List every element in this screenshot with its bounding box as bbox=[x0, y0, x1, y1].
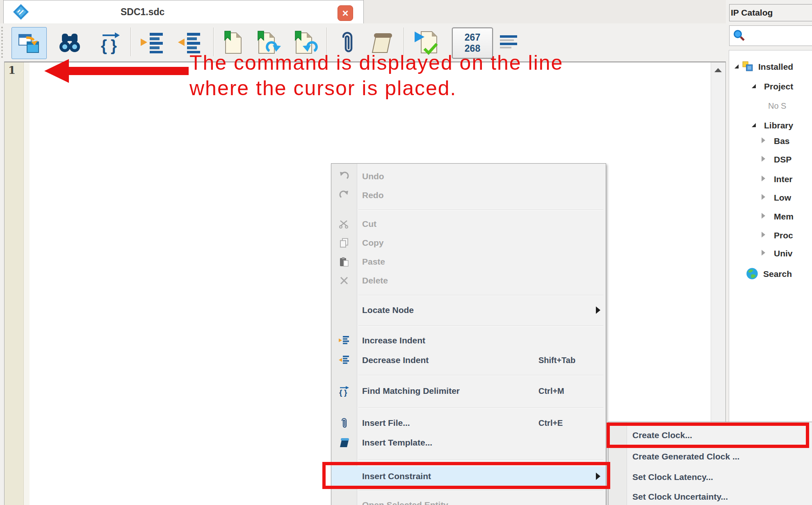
braces-icon: {} bbox=[331, 385, 357, 397]
tab-sdc1[interactable]: SDC1.sdc × bbox=[3, 0, 364, 23]
editor-context-menu: Undo Redo Cut Copy Paste bbox=[331, 163, 606, 505]
callout-box-insert-constraint bbox=[322, 462, 610, 489]
submenu-arrow-icon bbox=[596, 306, 600, 314]
tree-expanded-icon[interactable] bbox=[734, 64, 739, 69]
menu-shortcut: Ctrl+E bbox=[538, 418, 563, 428]
increase-indent-button[interactable] bbox=[135, 27, 169, 58]
counter-line-1: 267 bbox=[465, 32, 480, 43]
tree-collapsed-icon[interactable] bbox=[762, 232, 765, 238]
tree-item-dsp[interactable]: DSP bbox=[729, 152, 812, 167]
submenu-item-create-generated-clock[interactable]: Create Generated Clock ... bbox=[609, 446, 812, 467]
menu-separator bbox=[331, 290, 606, 300]
menu-separator bbox=[331, 320, 606, 330]
tree-item-installed[interactable]: Installed bbox=[729, 59, 812, 75]
menu-item-copy[interactable]: Copy bbox=[331, 233, 606, 252]
menu-shortcut: Shift+Tab bbox=[538, 356, 575, 365]
menu-item-locate-node[interactable]: Locate Node bbox=[331, 300, 606, 320]
tree-item-library[interactable]: Library bbox=[729, 118, 812, 133]
toolbar-separator bbox=[130, 27, 131, 56]
tree-collapsed-icon[interactable] bbox=[762, 194, 765, 200]
tree-item-no-selection: No S bbox=[729, 98, 812, 114]
annotation-line-2: where the cursor is placed. bbox=[189, 75, 563, 101]
submenu-item-set-clock-uncertainty[interactable]: Set Clock Uncertainty... bbox=[609, 487, 812, 505]
tab-close-icon[interactable]: × bbox=[338, 5, 353, 21]
menu-item-find-matching-delimiter[interactable]: {} Find Matching Delimiter Ctrl+M bbox=[331, 380, 606, 402]
annotation-arrow-icon bbox=[43, 57, 190, 86]
menu-item-increase-indent[interactable]: Increase Indent bbox=[331, 330, 606, 351]
menu-item-insert-template[interactable]: Insert Template... bbox=[331, 433, 606, 452]
indent-increase-icon bbox=[331, 335, 357, 346]
callout-box-create-clock bbox=[607, 423, 809, 448]
line-number: 1 bbox=[8, 64, 16, 76]
tree-item-project[interactable]: Project bbox=[729, 79, 812, 94]
menu-separator bbox=[331, 402, 606, 413]
svg-text:{: { bbox=[101, 37, 107, 54]
window-restore-button[interactable] bbox=[11, 27, 47, 59]
lines-icon bbox=[499, 34, 518, 51]
indent-decrease-icon bbox=[331, 355, 357, 366]
tab-title: SDC1.sdc bbox=[121, 7, 164, 18]
binoculars-find-icon bbox=[58, 31, 82, 54]
ip-catalog-header[interactable]: IP Catalog bbox=[729, 4, 812, 21]
submenu-item-set-clock-latency[interactable]: Set Clock Latency... bbox=[609, 467, 812, 487]
menu-item-redo[interactable]: Redo bbox=[331, 186, 606, 205]
menu-item-delete[interactable]: Delete bbox=[331, 271, 606, 290]
paste-icon bbox=[331, 256, 357, 267]
matching-delimiter-button[interactable]: { } bbox=[98, 27, 123, 58]
scroll-up-icon[interactable] bbox=[714, 68, 722, 72]
globe-icon bbox=[746, 267, 758, 281]
tree-item-low-power[interactable]: Low bbox=[729, 190, 812, 206]
annotation-line-1: The command is displayed on the line bbox=[189, 50, 563, 75]
tree-collapsed-icon[interactable] bbox=[762, 137, 765, 143]
menu-item-insert-file[interactable]: Insert File... Ctrl+E bbox=[331, 413, 606, 433]
gutter-margin bbox=[24, 62, 30, 505]
tree-collapsed-icon[interactable] bbox=[762, 213, 765, 219]
ip-search-input[interactable] bbox=[729, 25, 812, 46]
tree-item-basic-functions[interactable]: Bas bbox=[729, 133, 812, 149]
line-number-gutter bbox=[5, 62, 24, 505]
scissors-icon bbox=[331, 219, 357, 229]
menu-item-decrease-indent[interactable]: Decrease Indent Shift+Tab bbox=[331, 351, 606, 370]
menu-shortcut: Ctrl+M bbox=[538, 386, 564, 396]
menu-separator bbox=[331, 370, 606, 380]
svg-text:}: } bbox=[344, 388, 347, 397]
ip-catalog-title: IP Catalog bbox=[730, 8, 773, 18]
toolbar-gripper[interactable] bbox=[1, 27, 3, 58]
window-restore-icon bbox=[17, 31, 41, 55]
tree-item-search[interactable]: Search bbox=[729, 266, 812, 282]
tree-expanded-icon[interactable] bbox=[752, 123, 756, 127]
menu-item-undo[interactable]: Undo bbox=[331, 167, 606, 186]
tree-collapsed-icon[interactable] bbox=[762, 156, 765, 162]
sdc-diamond-icon bbox=[13, 4, 29, 20]
paperclip-icon bbox=[331, 417, 357, 429]
tree-expanded-icon[interactable] bbox=[752, 84, 756, 88]
menu-item-cut[interactable]: Cut bbox=[331, 215, 606, 233]
menu-item-paste[interactable]: Paste bbox=[331, 252, 606, 271]
tab-bar: SDC1.sdc × bbox=[0, 0, 726, 24]
delete-x-icon bbox=[331, 275, 357, 286]
find-button[interactable] bbox=[53, 27, 86, 58]
magnifier-icon bbox=[733, 29, 745, 41]
tree-item-university[interactable]: Univ bbox=[729, 246, 812, 261]
template-scroll-icon bbox=[331, 437, 357, 448]
indent-increase-icon bbox=[140, 31, 164, 54]
copy-icon bbox=[331, 238, 357, 248]
tree-collapsed-icon[interactable] bbox=[762, 250, 765, 256]
tree-item-memory[interactable]: Mem bbox=[729, 209, 812, 224]
tree-item-processors[interactable]: Proc bbox=[729, 228, 812, 243]
installed-ip-icon bbox=[742, 61, 753, 74]
menu-separator bbox=[331, 205, 606, 215]
braces-icon: { } bbox=[100, 31, 121, 54]
redo-icon bbox=[331, 190, 357, 201]
svg-text:{: { bbox=[339, 388, 342, 397]
tree-collapsed-icon[interactable] bbox=[762, 176, 765, 181]
svg-text:}: } bbox=[111, 37, 117, 54]
undo-icon bbox=[331, 171, 357, 182]
tree-item-interface[interactable]: Inter bbox=[729, 171, 812, 187]
menu-item-open-selected-entity[interactable]: Open Selected Entity bbox=[331, 495, 606, 505]
annotation-text: The command is displayed on the line whe… bbox=[189, 50, 563, 101]
